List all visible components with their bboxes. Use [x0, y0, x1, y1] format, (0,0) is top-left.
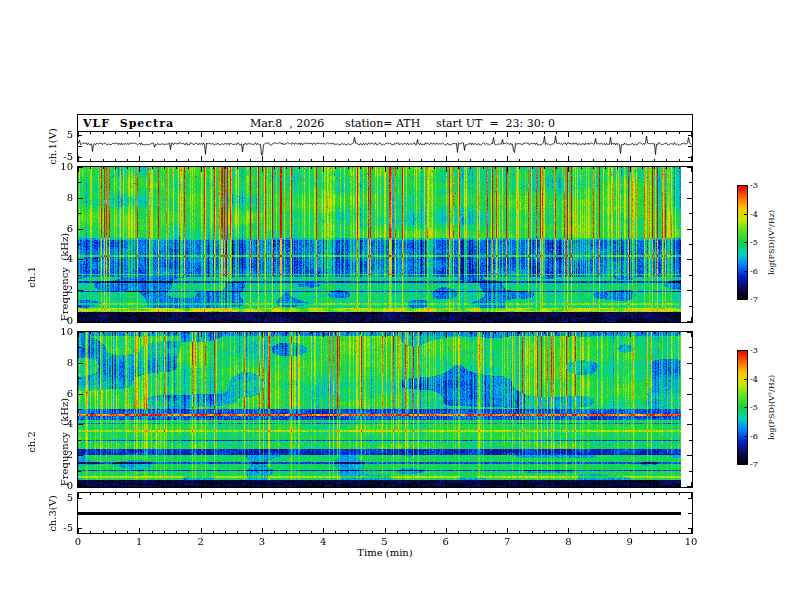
y-tick-label: 5: [50, 492, 73, 504]
ch1-waveform-plot: [78, 132, 692, 161]
ch1-colorbar: [737, 185, 748, 300]
colorbar-tick-label: -6: [750, 431, 768, 443]
y-tick-label: 4: [50, 418, 73, 430]
y-tick-label: 8: [50, 357, 73, 369]
x-tick-label: 8: [560, 536, 576, 548]
y-tick-label: 10: [50, 326, 73, 338]
figure-date: Mar.8 , 2026: [250, 117, 324, 130]
y-tick-label: 2: [50, 284, 73, 296]
y-tick-label: 5: [50, 129, 73, 141]
ch3-waveform-plot: [78, 493, 692, 533]
x-tick-label: 7: [499, 536, 515, 548]
y-tick-label: 2: [50, 449, 73, 461]
ch2-colorbar: [737, 350, 748, 465]
station-label: station= ATH: [345, 117, 420, 130]
x-tick-label: 0: [70, 536, 86, 548]
ch1-spectrogram-panel: [77, 166, 693, 323]
figure-title: VLF Spectra: [83, 117, 174, 130]
y-tick-label: 8: [50, 192, 73, 204]
x-tick-label: 9: [622, 536, 638, 548]
colorbar-tick-label: -3: [750, 180, 768, 192]
colorbar-tick-label: -7: [750, 459, 768, 471]
x-tick-label: 3: [254, 536, 270, 548]
y-tick-label: 4: [50, 253, 73, 265]
vlf-spectra-figure: VLF Spectra Mar.8 , 2026 station= ATH st…: [0, 0, 792, 612]
ch3-voltage-axis-label: ch.3(V): [47, 414, 58, 612]
colorbar-tick-label: -7: [750, 294, 768, 306]
colorbar-tick-label: -5: [750, 402, 768, 414]
ch1-waveform-panel: [77, 131, 693, 162]
x-axis-title: Time (min): [285, 547, 485, 558]
y-tick-label: 6: [50, 223, 73, 235]
figure-header: VLF Spectra Mar.8 , 2026 station= ATH st…: [77, 114, 693, 132]
colorbar-tick-label: -3: [750, 345, 768, 357]
x-tick-label: 4: [315, 536, 331, 548]
colorbar-tick-label: -4: [750, 209, 768, 221]
colorbar-tick-label: -4: [750, 374, 768, 386]
ch2-frequency-axis-units: Frequency (kHz): [59, 342, 70, 542]
x-tick-label: 10: [683, 536, 699, 548]
y-tick-label: 0: [50, 480, 73, 492]
colorbar-tick-label: -5: [750, 237, 768, 249]
ch1-spectrogram-plot: [78, 167, 692, 322]
y-tick-label: 6: [50, 388, 73, 400]
x-tick-label: 2: [193, 536, 209, 548]
x-tick-label: 6: [438, 536, 454, 548]
ch2-frequency-axis-channel: ch.2: [26, 342, 37, 542]
ch2-spectrogram-panel: [77, 331, 693, 488]
y-tick-label: 10: [50, 161, 73, 173]
y-tick-label: -5: [50, 151, 73, 163]
y-tick-label: -5: [50, 522, 73, 534]
colorbar-tick-label: -6: [750, 266, 768, 278]
ch2-spectrogram-plot: [78, 332, 692, 487]
start-ut-label: start UT = 23: 30: 0: [436, 117, 555, 130]
ch3-waveform-panel: [77, 492, 693, 534]
x-tick-label: 5: [377, 536, 393, 548]
x-tick-label: 1: [131, 536, 147, 548]
